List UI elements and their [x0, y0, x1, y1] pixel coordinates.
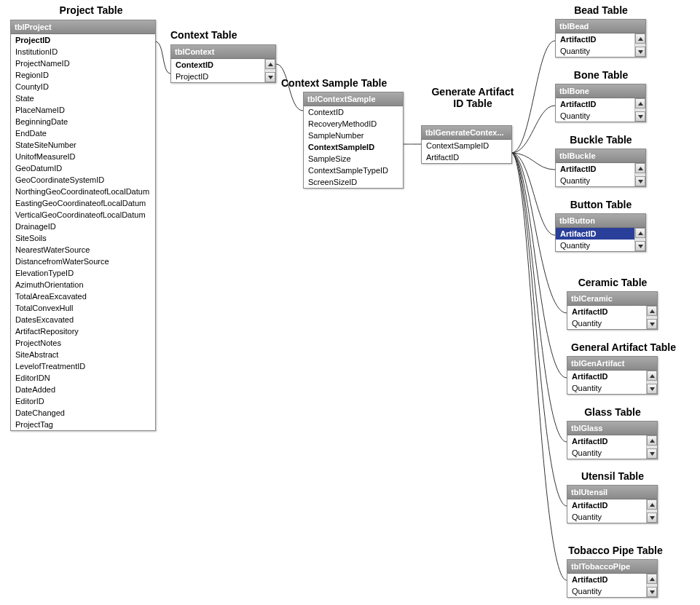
table-header[interactable]: tblBone [556, 84, 645, 98]
field-item[interactable]: DrainageID [11, 221, 155, 232]
table-utensil[interactable]: tblUtensilArtifactIDQuantity [567, 485, 658, 523]
table-glass[interactable]: tblGlassArtifactIDQuantity [567, 421, 658, 459]
scroll-down-button[interactable] [647, 448, 657, 459]
field-item[interactable]: Quantity [567, 317, 646, 329]
scroll-up-button[interactable] [635, 163, 645, 173]
field-item[interactable]: ScreenSizeID [304, 176, 403, 188]
table-button[interactable]: tblButtonArtifactIDQuantity [555, 213, 646, 252]
field-item[interactable]: Quantity [556, 45, 634, 57]
field-item[interactable]: ArtifactID [422, 151, 511, 163]
field-item[interactable]: DatesExcavated [11, 314, 155, 325]
field-item[interactable]: StateSiteNumber [11, 139, 155, 151]
table-header[interactable]: tblButton [556, 214, 645, 228]
scroll-up-button[interactable] [647, 574, 657, 584]
field-item[interactable]: ContextSampleID [422, 140, 511, 151]
field-item[interactable]: TotalAreaExcavated [11, 290, 155, 302]
table-header[interactable]: tblTobaccoPipe [567, 560, 657, 574]
scroll-down-button[interactable] [265, 72, 275, 82]
field-item[interactable]: ContextSampleTypeID [304, 165, 403, 176]
field-item[interactable]: ArtifactID [567, 499, 646, 511]
table-header[interactable]: tblGenArtifact [567, 357, 657, 371]
scroll-up-button[interactable] [635, 33, 645, 44]
scroll-up-button[interactable] [635, 98, 645, 108]
table-context-sample[interactable]: tblContextSampleContextIDRecoveryMethodI… [303, 92, 404, 189]
scrollbar[interactable] [634, 98, 645, 122]
field-item[interactable]: ArtifactID [556, 98, 634, 110]
field-item[interactable]: TotalConvexHull [11, 302, 155, 314]
scroll-down-button[interactable] [635, 176, 645, 186]
table-context[interactable]: tblContextContextIDProjectID [170, 44, 276, 83]
table-tobaccopipe[interactable]: tblTobaccoPipeArtifactIDQuantity [567, 559, 658, 598]
field-item[interactable]: CountyID [11, 81, 155, 92]
table-header[interactable]: tblContext [171, 45, 275, 59]
field-item[interactable]: DateChanged [11, 407, 155, 419]
scroll-down-button[interactable] [635, 241, 645, 251]
field-item[interactable]: SampleNumber [304, 130, 403, 141]
field-item[interactable]: ProjectID [171, 71, 264, 82]
field-item[interactable]: Quantity [556, 110, 634, 122]
table-header[interactable]: tblUtensil [567, 486, 657, 499]
field-item[interactable]: ArtifactID [567, 435, 646, 447]
scroll-up-button[interactable] [647, 499, 657, 510]
table-header[interactable]: tblBead [556, 20, 645, 33]
scroll-down-button[interactable] [635, 111, 645, 122]
field-item[interactable]: RegionID [11, 69, 155, 81]
field-item[interactable]: RecoveryMethodID [304, 118, 403, 130]
scroll-down-button[interactable] [647, 513, 657, 523]
field-item[interactable]: NorthingGeoCoordinateofLocalDatum [11, 186, 155, 197]
field-item[interactable]: UnitofMeasureID [11, 151, 155, 162]
scroll-down-button[interactable] [647, 319, 657, 329]
field-item[interactable]: ArtifactID [556, 228, 634, 240]
field-item[interactable]: Quantity [556, 175, 634, 186]
table-header[interactable]: tblGlass [567, 422, 657, 435]
field-item[interactable]: ContextID [304, 106, 403, 118]
table-bead[interactable]: tblBeadArtifactIDQuantity [555, 19, 646, 58]
field-item[interactable]: EditorID [11, 395, 155, 407]
field-item[interactable]: ArtifactRepository [11, 325, 155, 337]
field-item[interactable]: ContextSampleID [304, 141, 403, 153]
field-item[interactable]: EastingGeoCoordinateofLocalDatum [11, 197, 155, 209]
table-ceramic[interactable]: tblCeramicArtifactIDQuantity [567, 291, 658, 330]
scroll-down-button[interactable] [647, 587, 657, 597]
field-item[interactable]: NearestWaterSource [11, 244, 155, 256]
table-bone[interactable]: tblBoneArtifactIDQuantity [555, 84, 646, 122]
field-item[interactable]: ArtifactID [567, 371, 646, 382]
scrollbar[interactable] [634, 33, 645, 57]
field-item[interactable]: LevelofTreatmentID [11, 360, 155, 372]
field-item[interactable]: AzimuthOrientation [11, 279, 155, 290]
field-item[interactable]: SampleSize [304, 153, 403, 165]
field-item[interactable]: ProjectNotes [11, 337, 155, 349]
scroll-up-button[interactable] [647, 435, 657, 446]
table-header[interactable]: tblProject [11, 20, 155, 34]
scrollbar[interactable] [264, 59, 275, 82]
table-header[interactable]: tblGenerateContex... [422, 126, 511, 140]
scroll-down-button[interactable] [635, 47, 645, 57]
scroll-up-button[interactable] [265, 59, 275, 69]
field-item[interactable]: DateAdded [11, 384, 155, 395]
table-header[interactable]: tblContextSample [304, 92, 403, 106]
field-item[interactable]: BeginningDate [11, 116, 155, 127]
scroll-down-button[interactable] [647, 384, 657, 394]
table-generate[interactable]: tblGenerateContex...ContextSampleIDArtif… [421, 125, 512, 164]
field-item[interactable]: ProjectTag [11, 419, 155, 430]
scrollbar[interactable] [646, 574, 657, 597]
scrollbar[interactable] [646, 499, 657, 523]
table-project[interactable]: tblProjectProjectIDInstitutionIDProjectN… [10, 20, 156, 431]
scroll-up-button[interactable] [647, 371, 657, 381]
table-genartifact[interactable]: tblGenArtifactArtifactIDQuantity [567, 356, 658, 395]
field-item[interactable]: Quantity [567, 511, 646, 523]
table-header[interactable]: tblBuckle [556, 149, 645, 163]
field-item[interactable]: PlaceNameID [11, 104, 155, 116]
scroll-up-button[interactable] [635, 228, 645, 238]
field-item[interactable]: Quantity [567, 447, 646, 459]
field-item[interactable]: ElevationTypeID [11, 267, 155, 279]
field-item[interactable]: SiteSoils [11, 232, 155, 244]
table-buckle[interactable]: tblBuckleArtifactIDQuantity [555, 149, 646, 187]
scrollbar[interactable] [646, 371, 657, 394]
field-item[interactable]: GeoCoordinateSystemID [11, 174, 155, 186]
field-item[interactable]: ArtifactID [567, 306, 646, 317]
field-item[interactable]: ArtifactID [567, 574, 646, 585]
field-item[interactable]: EditorIDN [11, 372, 155, 384]
field-item[interactable]: VerticalGeoCoordinateofLocalDatum [11, 209, 155, 221]
field-item[interactable]: EndDate [11, 127, 155, 139]
